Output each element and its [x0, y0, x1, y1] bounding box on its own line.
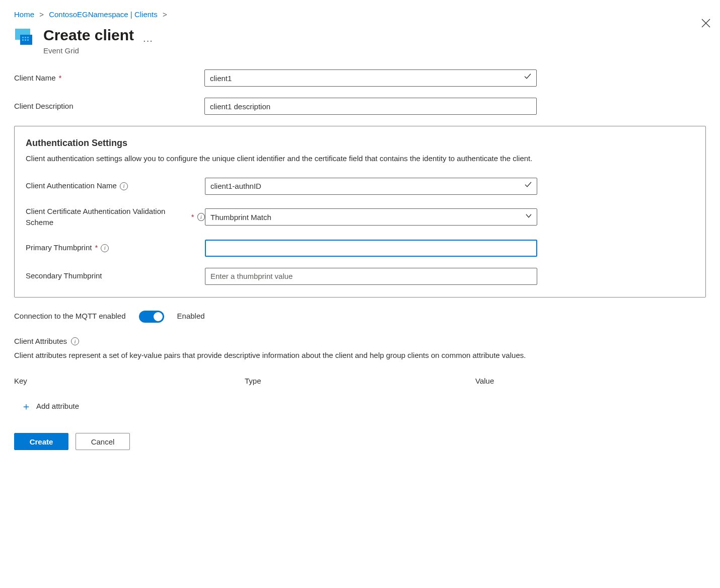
breadcrumb-sep: > — [39, 10, 44, 19]
client-attributes-description: Client attributes represent a set of key… — [14, 350, 706, 361]
column-key: Key — [14, 376, 245, 387]
column-value: Value — [475, 376, 706, 387]
auth-title: Authentication Settings — [26, 136, 694, 150]
info-icon[interactable]: i — [101, 244, 109, 252]
svg-rect-8 — [25, 39, 26, 41]
client-name-row: Client Name * — [14, 69, 706, 87]
add-attribute-label: Add attribute — [36, 401, 79, 412]
breadcrumb-home[interactable]: Home — [14, 10, 34, 19]
mqtt-connection-row: Connection to the MQTT enabled Enabled — [14, 311, 706, 323]
attributes-table-header: Key Type Value — [14, 376, 706, 387]
page-subtitle: Event Grid — [43, 45, 134, 57]
secondary-thumbprint-input[interactable] — [205, 268, 537, 285]
footer-actions: Create Cancel — [14, 433, 706, 450]
create-button[interactable]: Create — [14, 433, 68, 450]
breadcrumb-sep: > — [163, 10, 167, 19]
mqtt-toggle[interactable] — [139, 311, 164, 323]
info-icon[interactable]: i — [197, 213, 205, 221]
validation-scheme-row: Client Certificate Authentication Valida… — [26, 206, 694, 229]
service-icon — [14, 27, 34, 47]
mqtt-label: Connection to the MQTT enabled — [14, 311, 126, 322]
more-actions-button[interactable]: ··· — [143, 27, 153, 48]
svg-rect-6 — [27, 37, 29, 38]
svg-rect-5 — [25, 37, 26, 38]
primary-thumbprint-input[interactable] — [205, 240, 537, 257]
info-icon[interactable]: i — [120, 182, 128, 190]
client-attributes-title: Client Attributes — [14, 336, 67, 347]
auth-description: Client authentication settings allow you… — [26, 153, 694, 165]
validation-scheme-label: Client Certificate Authentication Valida… — [26, 206, 205, 229]
client-description-input[interactable] — [204, 98, 537, 115]
svg-rect-4 — [22, 37, 24, 38]
validation-scheme-select[interactable] — [205, 208, 537, 226]
secondary-thumbprint-row: Secondary Thumbprint — [26, 268, 694, 285]
page-header: Create client Event Grid ··· — [14, 27, 706, 57]
breadcrumb-namespace[interactable]: ContosoEGNamespace | Clients — [49, 10, 158, 19]
client-auth-name-input[interactable] — [205, 178, 537, 195]
client-auth-name-row: Client Authentication Name i — [26, 178, 694, 195]
required-indicator: * — [95, 242, 98, 254]
cancel-button[interactable]: Cancel — [76, 433, 130, 450]
svg-rect-7 — [22, 39, 24, 41]
add-attribute-button[interactable]: ＋ Add attribute — [14, 397, 81, 416]
breadcrumb: Home > ContosoEGNamespace | Clients > — [14, 9, 706, 21]
column-type: Type — [245, 376, 475, 387]
svg-rect-9 — [27, 39, 29, 41]
page-title: Create client — [43, 27, 134, 43]
authentication-settings-panel: Authentication Settings Client authentic… — [14, 126, 706, 298]
client-name-label: Client Name * — [14, 72, 204, 84]
client-name-input[interactable] — [204, 69, 537, 87]
client-description-row: Client Description — [14, 98, 706, 115]
client-description-label: Client Description — [14, 101, 204, 112]
mqtt-state-label: Enabled — [177, 311, 205, 322]
info-icon[interactable]: i — [71, 337, 79, 345]
secondary-thumbprint-label: Secondary Thumbprint — [26, 270, 205, 282]
required-indicator: * — [191, 211, 194, 223]
primary-thumbprint-row: Primary Thumbprint * i — [26, 240, 694, 257]
plus-icon: ＋ — [21, 399, 31, 414]
primary-thumbprint-label: Primary Thumbprint * i — [26, 242, 205, 254]
client-auth-name-label: Client Authentication Name i — [26, 180, 205, 192]
required-indicator: * — [59, 72, 62, 84]
client-attributes-header: Client Attributes i — [14, 336, 706, 347]
